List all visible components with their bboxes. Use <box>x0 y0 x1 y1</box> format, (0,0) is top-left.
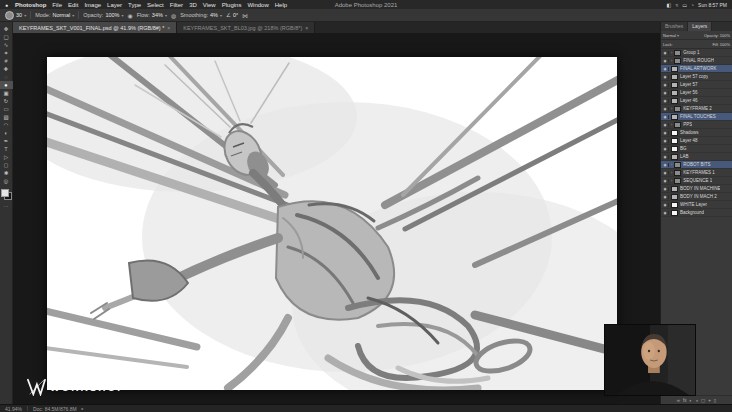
smudge-tool[interactable]: ◠ <box>0 121 13 129</box>
layer-row[interactable]: ◉ › ROBOT BITS <box>661 161 732 169</box>
layer-thumbnail[interactable] <box>674 58 681 64</box>
hand-tool[interactable]: ✱ <box>0 169 13 177</box>
layer-thumbnail[interactable] <box>671 130 678 136</box>
visibility-eye-icon[interactable]: ◉ <box>662 67 669 71</box>
menubar-item[interactable]: Type <box>125 2 144 8</box>
layer-thumbnail[interactable] <box>671 146 678 152</box>
new-layer-icon[interactable]: + <box>708 398 711 403</box>
layer-thumbnail[interactable] <box>671 154 678 160</box>
layer-thumbnail[interactable] <box>671 210 678 216</box>
layer-thumbnail[interactable] <box>674 178 681 184</box>
status-options-icon[interactable]: ▸ <box>82 406 84 411</box>
document-tab-final[interactable]: KEYFRAMES_SKT_V001_FINAL.psd @ 41.9% (RG… <box>13 22 177 33</box>
healing-brush-tool[interactable]: ◌ <box>0 73 13 81</box>
layer-mask-icon[interactable]: ◐ <box>689 398 692 403</box>
brush-tool[interactable]: ● <box>0 81 13 89</box>
layer-thumbnail[interactable] <box>674 106 681 112</box>
panel-tab-brushes[interactable]: Brushes <box>661 22 688 31</box>
layer-row[interactable]: ◉ › Group 1 <box>661 49 732 57</box>
layer-row[interactable]: ◉ › Shadows <box>661 129 732 137</box>
brush-preset-icon[interactable] <box>5 11 14 20</box>
path-select-tool[interactable]: ▷ <box>0 153 13 161</box>
menubar-item[interactable]: 3D <box>186 2 200 8</box>
visibility-eye-icon[interactable]: ◉ <box>662 179 669 183</box>
brush-preset-picker[interactable]: 30 ▾ <box>5 11 26 20</box>
gradient-tool[interactable]: ▨ <box>0 113 13 121</box>
wifi-icon[interactable]: ≈ <box>676 2 679 8</box>
pen-tool[interactable]: ✒ <box>0 137 13 145</box>
layer-thumbnail[interactable] <box>671 186 678 192</box>
display-icon[interactable]: ◧ <box>667 2 672 8</box>
menubar-item[interactable]: Photoshop <box>12 2 49 8</box>
close-icon[interactable]: × <box>167 25 170 31</box>
group-expand-icon[interactable]: › <box>671 106 672 111</box>
menubar-item[interactable]: Help <box>272 2 290 8</box>
group-expand-icon[interactable]: › <box>671 50 672 55</box>
layer-thumbnail[interactable] <box>674 170 681 176</box>
adjustment-layer-icon[interactable]: ◑ <box>695 398 698 403</box>
layer-row[interactable]: ◉ › BODY IN MACHINE <box>661 185 732 193</box>
layer-thumbnail[interactable] <box>671 138 678 144</box>
visibility-eye-icon[interactable]: ◉ <box>662 211 669 215</box>
dodge-tool[interactable]: ◐ <box>0 129 13 137</box>
visibility-eye-icon[interactable]: ◉ <box>662 83 669 87</box>
control-center-icon[interactable]: ◔ <box>691 2 694 8</box>
apple-menu-icon[interactable]: ● <box>5 2 8 8</box>
delete-layer-icon[interactable]: ▯ <box>714 398 716 403</box>
zoom-level[interactable]: 41.94% <box>5 406 22 412</box>
magic-wand-tool[interactable]: ✦ <box>0 49 13 57</box>
layer-row[interactable]: ◉ › SEQUENCE 1 <box>661 177 732 185</box>
crop-tool[interactable]: # <box>0 57 13 65</box>
clone-stamp-tool[interactable]: ▣ <box>0 89 13 97</box>
brush-angle-control[interactable]: ∠ 0° <box>226 12 238 18</box>
battery-icon[interactable]: ▭ <box>682 2 687 8</box>
airbrush-icon[interactable]: ◍ <box>171 12 176 19</box>
layer-row[interactable]: ◉ › Background <box>661 209 732 217</box>
layer-effects-icon[interactable]: fx <box>683 398 687 403</box>
visibility-eye-icon[interactable]: ◉ <box>662 147 669 151</box>
group-expand-icon[interactable]: › <box>671 162 672 167</box>
layer-thumbnail[interactable] <box>671 82 678 88</box>
visibility-eye-icon[interactable]: ◉ <box>662 123 669 127</box>
layer-row[interactable]: ◉ › WHITE Layer <box>661 201 732 209</box>
eyedropper-tool[interactable]: ✚ <box>0 65 13 73</box>
eraser-tool[interactable]: ▭ <box>0 105 13 113</box>
marquee-tool[interactable]: ▢ <box>0 33 13 41</box>
visibility-eye-icon[interactable]: ◉ <box>662 155 669 159</box>
layer-fill[interactable]: Fill: 100% <box>712 42 730 47</box>
layer-thumbnail[interactable] <box>671 90 678 96</box>
menubar-item[interactable]: Filter <box>167 2 186 8</box>
layer-row[interactable]: ◉ › Layer 56 <box>661 89 732 97</box>
layer-row[interactable]: ◉ › FINAL ROUGH <box>661 57 732 65</box>
layer-thumbnail[interactable] <box>671 74 678 80</box>
layer-row[interactable]: ◉ › BG <box>661 145 732 153</box>
link-layers-icon[interactable]: ∞ <box>677 398 680 403</box>
visibility-eye-icon[interactable]: ◉ <box>662 187 669 191</box>
visibility-eye-icon[interactable]: ◉ <box>662 139 669 143</box>
group-expand-icon[interactable]: › <box>671 122 672 127</box>
color-swatches[interactable] <box>1 189 12 200</box>
layer-row[interactable]: ◉ › FINAL TOUCHES <box>661 113 732 121</box>
layer-row[interactable]: ◉ › Layer 57 copy <box>661 73 732 81</box>
layer-opacity[interactable]: Opacity: 100% <box>704 33 730 38</box>
group-expand-icon[interactable]: › <box>671 58 672 63</box>
menu-clock[interactable]: Sun 8:57 PM <box>698 2 727 8</box>
shape-tool[interactable]: ◻ <box>0 161 13 169</box>
layer-row[interactable]: ◉ › Layer 57 <box>661 81 732 89</box>
close-icon[interactable]: × <box>305 25 308 31</box>
move-tool[interactable]: ✥ <box>0 25 13 33</box>
blend-mode-control[interactable]: Mode: Normal ▾ <box>35 12 74 18</box>
flow-control[interactable]: Flow: 34% ▾ <box>137 12 167 18</box>
layer-row[interactable]: ◉ › LAB <box>661 153 732 161</box>
layer-thumbnail[interactable] <box>671 114 678 120</box>
toolbar-more-icon[interactable]: ··· <box>4 203 9 210</box>
menubar-item[interactable]: Window <box>244 2 271 8</box>
visibility-eye-icon[interactable]: ◉ <box>662 107 669 111</box>
history-brush-tool[interactable]: ↻ <box>0 97 13 105</box>
smoothing-control[interactable]: Smoothing: 4% ▾ <box>180 12 222 18</box>
layer-row[interactable]: ◉ › BODY IN MACH 2 <box>661 193 732 201</box>
visibility-eye-icon[interactable]: ◉ <box>662 75 669 79</box>
visibility-eye-icon[interactable]: ◉ <box>662 91 669 95</box>
layer-row[interactable]: ◉ › PPS <box>661 121 732 129</box>
group-expand-icon[interactable]: › <box>671 178 672 183</box>
